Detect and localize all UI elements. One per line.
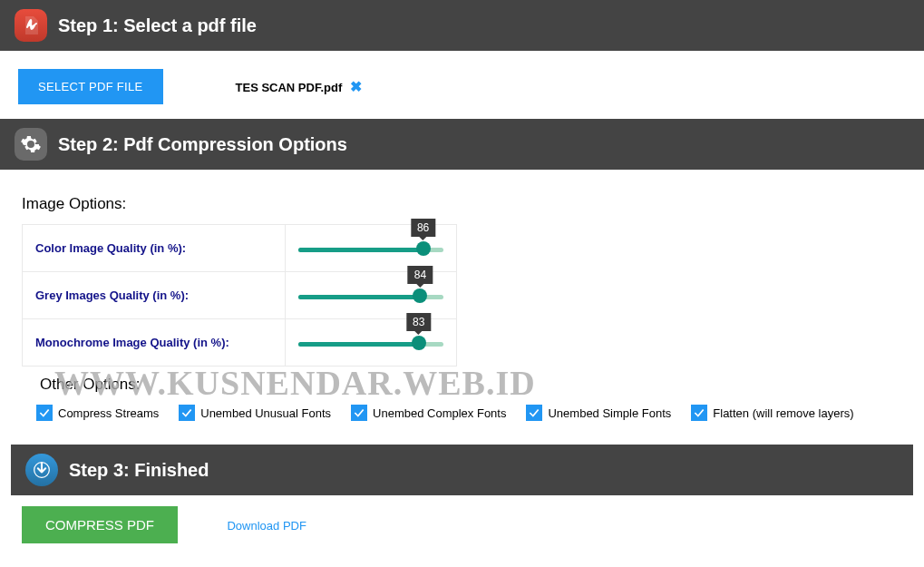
compress-pdf-button[interactable]: COMPRESS PDF xyxy=(22,506,178,543)
download-pdf-link[interactable]: Download PDF xyxy=(227,519,306,533)
slider-value-badge: 86 xyxy=(411,219,435,237)
step2-header: Step 2: Pdf Compression Options xyxy=(0,119,924,170)
checkbox[interactable] xyxy=(179,405,195,421)
checkbox-label: Unembed Unusual Fonts xyxy=(200,406,331,420)
quality-slider[interactable]: 86 xyxy=(298,244,443,253)
slider-value-badge: 84 xyxy=(408,266,433,284)
other-options-heading: Other Options: xyxy=(40,376,906,394)
slider-value-badge: 83 xyxy=(406,313,431,331)
select-pdf-button[interactable]: SELECT PDF FILE xyxy=(18,69,163,104)
gear-icon xyxy=(15,128,47,161)
step1-body: SELECT PDF FILE TES SCAN PDF.pdf ✖ xyxy=(0,62,924,119)
slider-row: Color Image Quality (in %):86 xyxy=(23,225,457,272)
slider-thumb[interactable] xyxy=(416,241,431,256)
step3-header: Step 3: Finished xyxy=(11,445,913,495)
step2-body: Image Options: Color Image Quality (in %… xyxy=(0,181,924,445)
slider-label: Color Image Quality (in %): xyxy=(23,225,286,272)
slider-row: Grey Images Quality (in %):84 xyxy=(23,272,457,319)
quality-slider[interactable]: 83 xyxy=(298,338,443,347)
step1-header: Step 1: Select a pdf file xyxy=(0,0,924,51)
filename-label: TES SCAN PDF.pdf xyxy=(236,81,343,94)
checkbox-label: Flatten (will remove layers) xyxy=(713,406,853,420)
checkbox-label: Compress Streams xyxy=(58,406,159,420)
slider-label: Monochrome Image Quality (in %): xyxy=(23,319,286,367)
checkbox-item: Flatten (will remove layers) xyxy=(691,405,853,421)
slider-thumb[interactable] xyxy=(413,288,427,303)
slider-row: Monochrome Image Quality (in %):83 xyxy=(23,319,457,367)
step2-title: Step 2: Pdf Compression Options xyxy=(58,134,347,155)
checkbox-label: Unembed Simple Fonts xyxy=(548,406,671,420)
selected-file: TES SCAN PDF.pdf ✖ xyxy=(236,78,362,95)
step3-body: COMPRESS PDF Download PDF xyxy=(0,495,924,554)
remove-file-icon[interactable]: ✖ xyxy=(350,79,362,94)
checkbox-row: Compress StreamsUnembed Unusual FontsUne… xyxy=(18,405,906,421)
checkbox[interactable] xyxy=(691,405,707,421)
download-icon xyxy=(25,454,58,486)
checkbox-item: Unembed Complex Fonts xyxy=(351,405,506,421)
step1-title: Step 1: Select a pdf file xyxy=(58,15,257,36)
image-options-heading: Image Options: xyxy=(22,195,906,213)
slider-thumb[interactable] xyxy=(412,336,426,350)
step3-title: Step 3: Finished xyxy=(69,460,209,481)
slider-label: Grey Images Quality (in %): xyxy=(23,272,286,319)
checkbox[interactable] xyxy=(36,405,53,421)
checkbox-label: Unembed Complex Fonts xyxy=(373,406,506,420)
checkbox[interactable] xyxy=(526,405,542,421)
checkbox-item: Compress Streams xyxy=(36,405,159,421)
checkbox-item: Unembed Unusual Fonts xyxy=(179,405,331,421)
quality-slider[interactable]: 84 xyxy=(298,291,443,300)
checkbox-item: Unembed Simple Fonts xyxy=(526,405,671,421)
pdf-icon xyxy=(15,9,47,42)
slider-cell: 83 xyxy=(286,319,457,367)
sliders-table: Color Image Quality (in %):86Grey Images… xyxy=(22,224,457,367)
checkbox[interactable] xyxy=(351,405,367,421)
